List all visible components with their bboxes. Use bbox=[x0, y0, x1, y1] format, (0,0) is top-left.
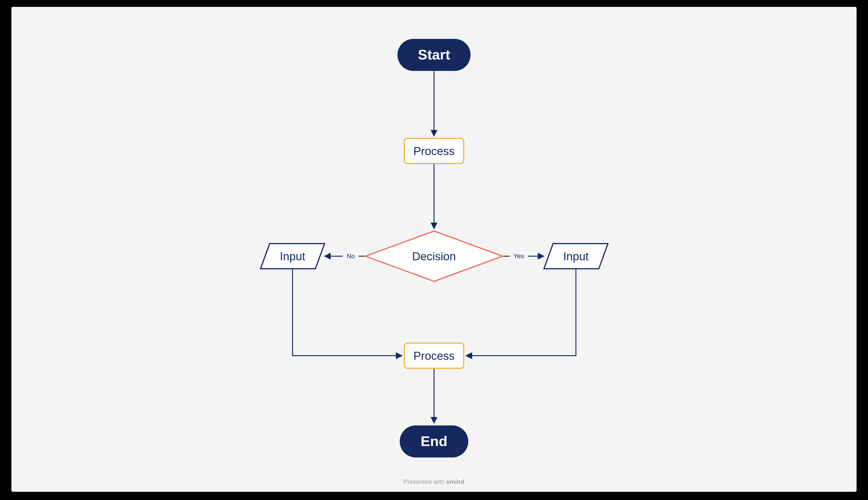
node-input-left-label: Input bbox=[280, 250, 305, 263]
node-input-right-label: Input bbox=[563, 250, 588, 263]
edge-label-no: No bbox=[347, 252, 355, 260]
node-start[interactable]: Start bbox=[397, 39, 471, 71]
node-process2[interactable]: Process bbox=[404, 343, 464, 368]
flowchart-svg: No Yes Start Process Decision bbox=[11, 7, 857, 492]
node-start-label: Start bbox=[418, 47, 450, 62]
edge-inputR-process2 bbox=[466, 269, 576, 356]
node-input-left[interactable]: Input bbox=[260, 243, 325, 269]
node-end-label: End bbox=[421, 433, 447, 449]
node-end[interactable]: End bbox=[400, 425, 468, 457]
edge-inputL-process2 bbox=[293, 269, 402, 356]
node-process1-label: Process bbox=[413, 145, 455, 158]
footer-brand: xmind bbox=[446, 478, 465, 485]
node-process1[interactable]: Process bbox=[404, 138, 464, 163]
node-decision[interactable]: Decision bbox=[365, 231, 503, 281]
node-input-right[interactable]: Input bbox=[544, 243, 608, 269]
footer-attribution: Presented with xmind bbox=[11, 478, 857, 485]
diagram-canvas: No Yes Start Process Decision bbox=[11, 7, 857, 492]
node-process2-label: Process bbox=[413, 350, 455, 362]
footer-prefix: Presented with bbox=[403, 478, 446, 485]
edge-label-yes: Yes bbox=[514, 252, 524, 260]
node-decision-label: Decision bbox=[412, 250, 456, 263]
